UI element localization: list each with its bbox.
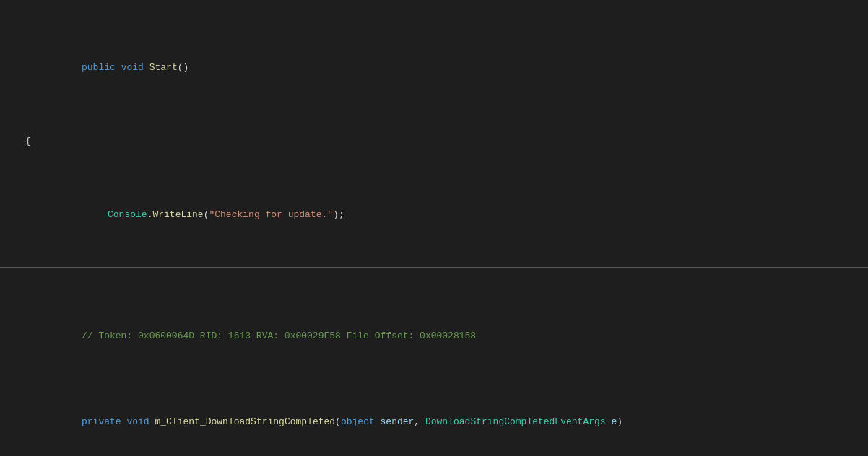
line-1: public void Start() bbox=[0, 49, 868, 86]
code-block-1: public void Start() { Console.WriteLine(… bbox=[0, 0, 868, 267]
code-block-2: // Token: 0x0600064D RID: 1613 RVA: 0x00… bbox=[0, 268, 868, 456]
line-3: Console.WriteLine("Checking for update."… bbox=[0, 196, 868, 233]
line-s2-2: private void m_Client_DownloadStringComp… bbox=[0, 403, 868, 440]
line-2: { bbox=[0, 135, 868, 147]
line-s2-1: // Token: 0x0600064D RID: 1613 RVA: 0x00… bbox=[0, 317, 868, 354]
code-section-2: // Token: 0x0600064D RID: 1613 RVA: 0x00… bbox=[0, 268, 868, 456]
code-section-1: public void Start() { Console.WriteLine(… bbox=[0, 0, 868, 267]
code-editor: public void Start() { Console.WriteLine(… bbox=[0, 0, 868, 456]
